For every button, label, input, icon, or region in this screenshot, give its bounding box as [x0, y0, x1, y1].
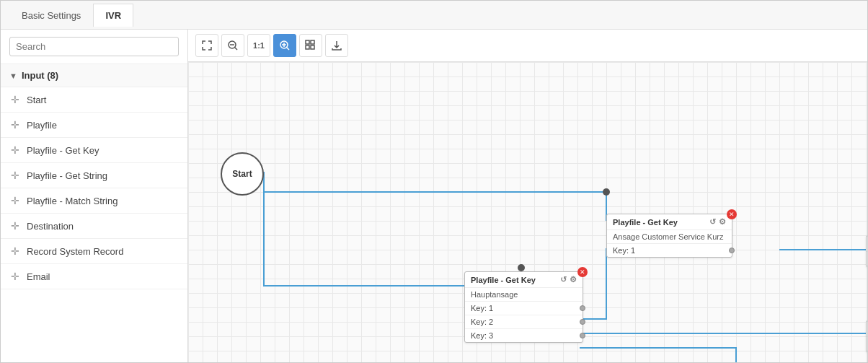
grid-button[interactable]: [299, 34, 322, 57]
app-container: Basic Settings IVR ▼ Input (8) ✛ Start ✛…: [0, 0, 868, 363]
reset-zoom-button[interactable]: 1:1: [247, 34, 270, 57]
svg-rect-8: [311, 40, 314, 44]
svg-line-1: [235, 48, 238, 51]
sidebar-item-label: Record System Record: [27, 246, 123, 257]
canvas-toolbar: 1:1: [188, 30, 867, 62]
key-dot-1-3: [580, 333, 585, 338]
key-dot-1-1: [580, 305, 585, 311]
refresh-icon-2[interactable]: ↺: [709, 217, 716, 227]
export-button[interactable]: [325, 34, 348, 57]
node-title-2: Playfile - Get Key: [613, 218, 678, 227]
sidebar-item-playfile[interactable]: ✛ Playfile: [1, 113, 187, 138]
destination-node-1[interactable]: ✕ Destination ⚙ 800 - Customer Service: [866, 235, 867, 267]
sidebar-item-playfile-get-key[interactable]: ✛ Playfile - Get Key: [1, 138, 187, 163]
drag-icon: ✛: [11, 170, 19, 181]
group-label: Input (8): [22, 70, 58, 81]
settings-icon[interactable]: ⚙: [570, 275, 577, 284]
start-node[interactable]: Start: [221, 152, 264, 196]
key-dot-1-2: [580, 319, 585, 325]
main-content: ▼ Input (8) ✛ Start ✛ Playfile ✛ Playfil…: [1, 30, 867, 362]
node-header-1: Playfile - Get Key ↺ ⚙: [465, 272, 583, 288]
drag-icon: ✛: [11, 119, 19, 131]
top-tabs: Basic Settings IVR: [1, 1, 867, 30]
tab-ivr[interactable]: IVR: [93, 4, 133, 27]
dest-header-2: Destination ⚙: [867, 321, 867, 337]
error-dot-2: ✕: [727, 209, 737, 219]
settings-icon-2[interactable]: ⚙: [719, 217, 726, 227]
node-key-row-1-3: Key: 3: [465, 329, 583, 342]
destination-node-2[interactable]: ✕ Destination ⚙ 400 - Central Service: [866, 320, 867, 352]
dest-body-1: 800 - Customer Service: [867, 252, 867, 266]
sidebar-item-label: Destination: [27, 221, 74, 232]
sidebar-item-playfile-get-string[interactable]: ✛ Playfile - Get String: [1, 163, 187, 188]
canvas-viewport[interactable]: Start ✕ Playfile - Get Key ↺ ⚙ Hauptansa…: [188, 62, 867, 362]
sidebar-item-start[interactable]: ✛ Start: [1, 87, 187, 113]
sidebar-item-label: Email: [27, 271, 50, 282]
chevron-down-icon: ▼: [9, 71, 17, 80]
start-label: Start: [232, 169, 252, 179]
svg-rect-7: [306, 40, 309, 44]
drag-icon: ✛: [11, 271, 19, 282]
fit-button[interactable]: [195, 34, 218, 57]
search-input[interactable]: [9, 37, 179, 56]
drag-icon: ✛: [11, 94, 19, 105]
node-body-1: Hauptansage: [465, 288, 583, 302]
refresh-icon[interactable]: ↺: [560, 275, 567, 284]
zoom-in-button[interactable]: [273, 34, 296, 57]
node-key-row-1-2: Key: 2: [465, 315, 583, 329]
dest-body-2: 400 - Central Service: [867, 337, 867, 351]
node-icons-2: ↺ ⚙: [709, 217, 726, 227]
sidebar-item-email[interactable]: ✛ Email: [1, 264, 187, 289]
zoom-out-button[interactable]: [221, 34, 244, 57]
canvas-area: 1:1: [188, 30, 867, 362]
dest-header-1: Destination ⚙: [867, 236, 867, 252]
error-dot-1: ✕: [577, 267, 588, 277]
node-key-row-2-1: Key: 1: [607, 244, 732, 257]
node-icons-1: ↺ ⚙: [560, 275, 577, 284]
svg-point-11: [603, 188, 610, 196]
sidebar-group-header[interactable]: ▼ Input (8): [1, 64, 187, 87]
svg-rect-10: [311, 45, 314, 49]
sidebar-item-playfile-match-string[interactable]: ✛ Playfile - Match String: [1, 188, 187, 214]
sidebar-item-destination[interactable]: ✛ Destination: [1, 214, 187, 239]
tab-basic-settings[interactable]: Basic Settings: [9, 4, 93, 27]
sidebar-item-label: Playfile - Get String: [27, 170, 107, 181]
node-title-1: Playfile - Get Key: [471, 276, 536, 284]
playfile-getkey-node-2[interactable]: ✕ Playfile - Get Key ↺ ⚙ Ansage Customer…: [606, 214, 732, 258]
sidebar-item-record-system-record[interactable]: ✛ Record System Record: [1, 239, 187, 264]
node-key-row-1-1: Key: 1: [465, 302, 583, 315]
sidebar-item-label: Playfile - Get Key: [27, 145, 99, 156]
sidebar-item-label: Playfile: [27, 120, 57, 131]
node-body-2: Ansage Customer Service Kurz: [607, 230, 732, 244]
node-header-2: Playfile - Get Key ↺ ⚙: [607, 214, 732, 230]
drag-icon: ✛: [11, 144, 19, 156]
drag-icon: ✛: [11, 245, 19, 257]
drag-icon: ✛: [11, 195, 19, 206]
search-area: [1, 30, 187, 64]
reset-zoom-label: 1:1: [253, 41, 265, 50]
svg-rect-9: [306, 45, 309, 49]
svg-line-4: [287, 48, 290, 51]
key-dot-2-1: [729, 248, 735, 253]
svg-point-12: [518, 264, 525, 271]
playfile-getkey-node-1[interactable]: ✕ Playfile - Get Key ↺ ⚙ Hauptansage Key…: [464, 271, 583, 343]
drag-icon: ✛: [11, 220, 19, 232]
sidebar: ▼ Input (8) ✛ Start ✛ Playfile ✛ Playfil…: [1, 30, 188, 362]
sidebar-item-label: Start: [27, 95, 46, 105]
sidebar-item-label: Playfile - Match String: [27, 196, 118, 206]
